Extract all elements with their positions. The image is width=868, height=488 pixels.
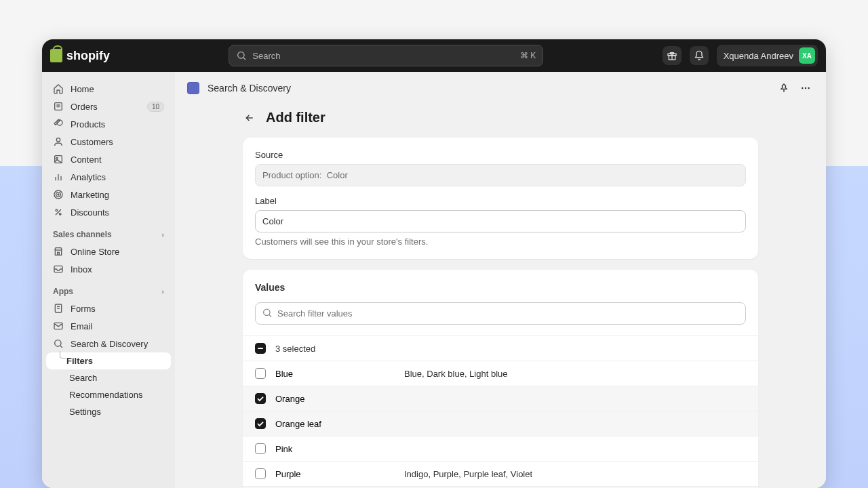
select-all-checkbox[interactable] <box>255 343 266 354</box>
back-button[interactable] <box>243 111 256 125</box>
section-apps[interactable]: Apps › <box>46 279 171 299</box>
nav-item-products[interactable]: Products <box>46 115 171 133</box>
nav-item-discounts[interactable]: Discounts <box>46 203 171 221</box>
search-icon <box>236 50 247 61</box>
value-row[interactable]: BlueBlue, Dark blue, Light blue <box>243 361 758 386</box>
svg-point-9 <box>56 138 60 142</box>
nav-label: Products <box>71 119 105 129</box>
svg-line-1 <box>243 58 245 60</box>
selected-count: 3 selected <box>275 344 315 354</box>
row-checkbox[interactable] <box>255 368 266 379</box>
nav-item-online-store[interactable]: Online Store <box>46 243 171 260</box>
row-checkbox[interactable] <box>255 468 266 479</box>
nav-item-customers[interactable]: Customers <box>46 133 171 150</box>
values-search-input[interactable] <box>255 302 746 325</box>
user-menu[interactable]: Xquenda Andreev XA <box>717 45 818 66</box>
bell-icon <box>694 50 705 61</box>
nav-subitem-search[interactable]: Search <box>46 369 171 386</box>
nav-label: Analytics <box>71 172 106 182</box>
pin-icon <box>778 83 789 94</box>
app-name: Search & Discovery <box>208 83 291 94</box>
nav-item-marketing[interactable]: Marketing <box>46 186 171 203</box>
svg-point-0 <box>238 52 244 58</box>
section-sales-channels[interactable]: Sales channels › <box>46 222 171 242</box>
nav-subitem-filters[interactable]: Filters <box>46 352 171 369</box>
brand-logo[interactable]: shopify <box>50 49 110 63</box>
chevron-right-icon: › <box>161 287 164 296</box>
nav-label: Filters <box>66 356 93 366</box>
nav-label: Settings <box>69 407 101 417</box>
nav-item-inbox[interactable]: Inbox <box>46 260 171 278</box>
svg-point-16 <box>56 192 61 197</box>
label-label: Label <box>255 196 746 206</box>
nav-item-home[interactable]: Home <box>46 80 171 98</box>
pin-button[interactable] <box>776 80 792 96</box>
app-window: shopify Search ⌘ K Xquenda Andreev XA Ho… <box>42 39 826 488</box>
search-placeholder: Search <box>252 51 280 61</box>
nav-item-orders[interactable]: Orders10 <box>46 98 171 115</box>
row-checkbox[interactable] <box>255 393 266 404</box>
svg-point-19 <box>59 213 61 215</box>
value-row[interactable]: Pink <box>243 436 758 461</box>
inbox-icon <box>53 264 64 274</box>
svg-line-36 <box>269 314 271 317</box>
nav-label: Search <box>69 373 97 383</box>
value-row[interactable]: PurpleIndigo, Purple, Purple leaf, Viole… <box>243 461 758 486</box>
more-button[interactable] <box>797 80 814 96</box>
main-content: Search & Discovery Add filter <box>175 72 826 488</box>
svg-point-35 <box>264 309 270 315</box>
value-name: Orange leaf <box>275 419 404 429</box>
nav-subitem-recommendations[interactable]: Recommendations <box>46 386 171 403</box>
global-search[interactable]: Search ⌘ K <box>229 45 543 66</box>
nav-label: Orders <box>71 102 98 112</box>
values-title: Values <box>243 270 758 300</box>
app-header: Search & Discovery <box>175 72 826 104</box>
more-horizontal-icon <box>800 83 811 94</box>
nav-item-analytics[interactable]: Analytics <box>46 168 171 186</box>
source-input <box>255 164 746 186</box>
marketing-icon <box>53 189 64 200</box>
nav-badge: 10 <box>147 102 164 112</box>
nav-item-forms[interactable]: Forms <box>46 300 171 317</box>
notifications-button[interactable] <box>690 46 709 65</box>
chevron-right-icon: › <box>161 230 164 239</box>
nav-item-content[interactable]: Content <box>46 150 171 168</box>
value-group: Blue, Dark blue, Light blue <box>404 369 507 379</box>
search-icon <box>262 307 273 320</box>
row-checkbox[interactable] <box>255 443 266 454</box>
gift-icon <box>667 50 677 61</box>
brand-name: shopify <box>66 49 110 63</box>
svg-point-31 <box>802 87 803 89</box>
card-values: Values 3 selected BlueBlue, Dark blue, L… <box>243 270 758 488</box>
nav-item-search-discovery[interactable]: Search & Discovery <box>46 335 171 352</box>
svg-point-15 <box>54 190 62 199</box>
value-row[interactable]: Orange <box>243 386 758 411</box>
gift-button[interactable] <box>663 46 682 65</box>
svg-line-20 <box>56 209 61 215</box>
nav-label: Inbox <box>71 264 92 274</box>
nav-label: Home <box>71 84 94 94</box>
value-group: Indigo, Purple, Purple leaf, Violet <box>404 469 532 479</box>
sidebar: HomeOrders10ProductsCustomersContentAnal… <box>42 72 175 488</box>
value-name: Orange <box>275 394 404 404</box>
nav-item-email[interactable]: Email <box>46 317 171 335</box>
avatar: XA <box>799 47 815 64</box>
analytics-icon <box>53 171 64 182</box>
value-row[interactable]: Orange leaf <box>243 411 758 436</box>
source-label: Source <box>255 150 746 160</box>
nav-label: Search & Discovery <box>71 339 148 349</box>
nav-subitem-settings[interactable]: Settings <box>46 403 171 420</box>
search-shortcut: ⌘ K <box>520 51 536 60</box>
nav-label: Forms <box>71 304 96 314</box>
label-input[interactable] <box>255 210 746 232</box>
svg-point-17 <box>58 194 59 195</box>
page-title: Add filter <box>266 110 326 125</box>
home-icon <box>53 83 64 94</box>
email-icon <box>53 321 64 331</box>
topbar: shopify Search ⌘ K Xquenda Andreev XA <box>42 39 826 72</box>
svg-rect-22 <box>58 252 60 255</box>
shopify-bag-icon <box>50 49 62 62</box>
content-icon <box>53 154 64 165</box>
svg-point-18 <box>56 209 58 211</box>
row-checkbox[interactable] <box>255 418 266 429</box>
